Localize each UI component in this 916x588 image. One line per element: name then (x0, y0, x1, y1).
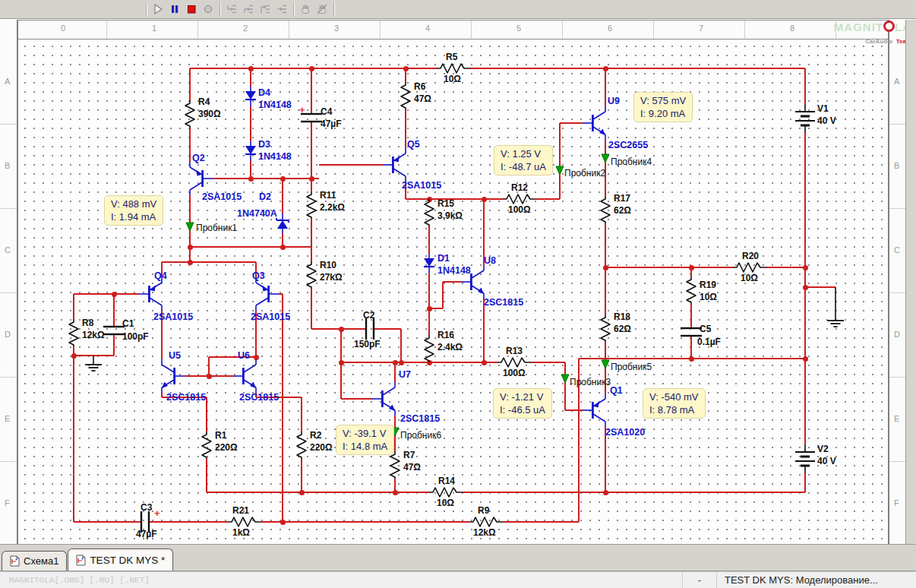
wire-segment[interactable] (206, 397, 207, 432)
wire-segment[interactable] (560, 122, 583, 124)
wire-segment[interactable] (250, 106, 251, 141)
wire-segment[interactable] (319, 164, 383, 166)
wire-segment[interactable] (74, 521, 141, 523)
source-V2[interactable] (793, 444, 817, 476)
transistor-U7[interactable] (372, 382, 400, 419)
resistor-R8[interactable] (68, 319, 80, 349)
resistor-R11[interactable] (305, 191, 317, 222)
wire-segment[interactable] (766, 267, 805, 268)
resistor-ref-label: R10 (320, 260, 336, 270)
wire-segment[interactable] (301, 397, 302, 432)
wire-segment[interactable] (428, 273, 430, 335)
wire-segment[interactable] (250, 68, 251, 87)
probe-Пробник3[interactable] (560, 373, 570, 387)
source-ref-label: V1 (817, 103, 829, 114)
wire-segment[interactable] (443, 281, 461, 283)
wire-segment[interactable] (579, 358, 691, 359)
wire-segment[interactable] (565, 409, 583, 411)
resistor-R19[interactable] (685, 277, 697, 307)
wire-segment[interactable] (605, 68, 606, 106)
resistor-R10[interactable] (305, 261, 317, 292)
wire-segment[interactable] (162, 261, 256, 263)
wire-segment[interactable] (605, 267, 733, 268)
wire-segment[interactable] (470, 68, 805, 69)
diode-D1[interactable] (422, 254, 436, 277)
probe-Пробник2[interactable] (554, 165, 565, 179)
resistor-R4[interactable] (184, 100, 196, 131)
wire-segment[interactable] (690, 304, 692, 328)
wire-segment[interactable] (483, 299, 485, 362)
wire-segment[interactable] (405, 109, 406, 148)
wire-segment[interactable] (190, 246, 311, 248)
wire-segment[interactable] (428, 226, 430, 254)
wire-segment[interactable] (113, 294, 115, 327)
wire-segment[interactable] (213, 178, 319, 179)
resistor-R2[interactable] (295, 432, 308, 462)
wire-segment[interactable] (282, 179, 283, 213)
wire-segment[interactable] (394, 362, 396, 382)
resistor-R1[interactable] (201, 432, 213, 462)
probe-value-box[interactable]: V: 575 mVI: 9.20 mA (633, 92, 693, 122)
wire-segment[interactable] (189, 68, 191, 100)
wire-segment[interactable] (311, 219, 312, 261)
transistor-Q3[interactable] (251, 277, 279, 314)
resistor-R7[interactable] (389, 451, 401, 482)
resistor-R6[interactable] (400, 82, 412, 112)
wire-segment[interactable] (442, 282, 444, 308)
transistor-Q5[interactable] (383, 148, 410, 185)
transistor-Q1[interactable] (583, 394, 610, 430)
wire-segment[interactable] (503, 521, 579, 523)
wire-segment[interactable] (341, 362, 497, 363)
probe-value-box[interactable]: V: -1.21 VI: -46.5 uA (493, 388, 552, 419)
wire-segment[interactable] (189, 128, 191, 162)
wire-segment[interactable] (301, 459, 302, 492)
probe-value-box[interactable]: V: -39.1 VI: 14.8 mA (336, 425, 394, 455)
diode-D2[interactable] (276, 213, 289, 236)
source-V1[interactable] (793, 104, 817, 136)
ground-symbol[interactable] (826, 287, 845, 331)
wire-segment[interactable] (206, 459, 207, 492)
probe-Пробник4[interactable] (600, 153, 611, 166)
probe-value-box[interactable]: V: 488 mVI: 1.94 mA (104, 195, 163, 226)
transistor-U6[interactable] (233, 359, 261, 396)
wire-segment[interactable] (311, 68, 312, 114)
resistor-R18[interactable] (599, 315, 611, 345)
probe-Пробник1[interactable] (185, 221, 195, 235)
capacitor-C1[interactable] (103, 325, 125, 339)
wire-segment[interactable] (374, 328, 401, 330)
probe-value-box[interactable]: V: 1.25 VI: -48.7 uA (494, 145, 553, 175)
transistor-U8[interactable] (461, 265, 488, 302)
transistor-U5[interactable] (157, 359, 185, 396)
wire-segment[interactable] (73, 346, 74, 522)
diode-D4[interactable] (244, 87, 257, 109)
wire-segment[interactable] (261, 521, 469, 523)
resistor-R15[interactable] (423, 199, 435, 229)
wire-segment[interactable] (73, 294, 74, 319)
probe-value-box[interactable]: V: -540 mVI: 8.78 mA (643, 388, 706, 419)
probe-Пробник5[interactable] (600, 359, 611, 372)
wire-segment[interactable] (149, 521, 228, 523)
wire-segment[interactable] (282, 294, 283, 522)
tab-test-dk-mys[interactable]: TEST DK MYS * (68, 548, 173, 571)
wire-segment[interactable] (341, 398, 372, 400)
wire-segment[interactable] (536, 198, 560, 200)
resistor-R17[interactable] (599, 196, 611, 226)
junction-dot (603, 66, 608, 71)
wire-segment[interactable] (74, 293, 139, 295)
transistor-Q4[interactable] (139, 277, 166, 314)
wire-segment[interactable] (559, 123, 561, 199)
tab-schema1[interactable]: Схема1 (2, 551, 67, 571)
wire-segment[interactable] (463, 492, 805, 493)
wire-segment[interactable] (400, 329, 402, 362)
wire-segment[interactable] (531, 362, 565, 363)
resistor-R16[interactable] (423, 335, 435, 365)
diode-D3[interactable] (244, 141, 257, 164)
wire-segment[interactable] (311, 289, 312, 329)
transistor-part-label: 2SA1020 (605, 427, 645, 438)
schematic-canvas[interactable]: 012345678 ABCDEF ABCDEF MAGNITLA CarAudi… (0, 19, 916, 544)
ground-symbol[interactable] (84, 356, 103, 375)
transistor-U9[interactable] (583, 106, 610, 143)
wire-segment[interactable] (691, 358, 805, 359)
wire-segment[interactable] (804, 68, 806, 104)
capacitor-value-label: 47µF (136, 529, 157, 539)
